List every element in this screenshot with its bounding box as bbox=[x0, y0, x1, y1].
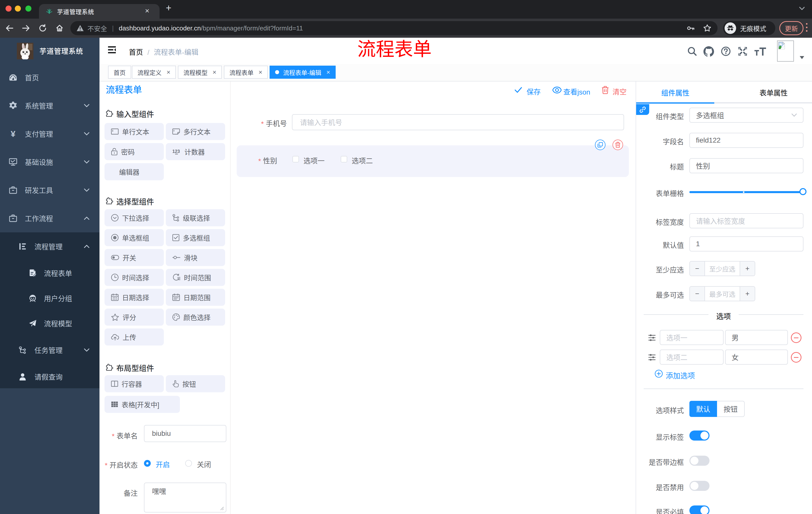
svg-text:123: 123 bbox=[172, 149, 180, 154]
